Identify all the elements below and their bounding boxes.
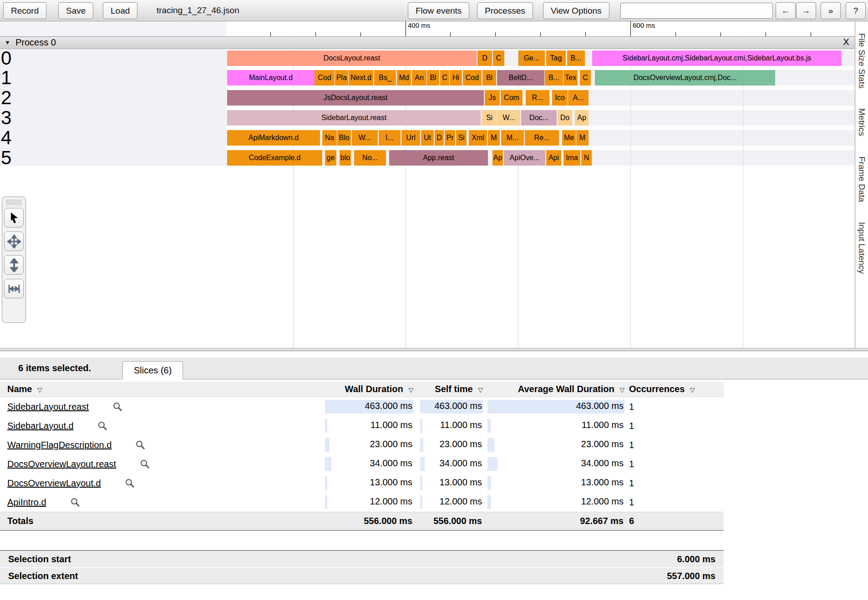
trace-slice[interactable]: ge (325, 150, 336, 166)
trace-slice[interactable]: Bl (482, 70, 496, 86)
sort-icon[interactable]: ▽ (37, 386, 42, 393)
trace-slice[interactable]: Bs_ (374, 70, 396, 86)
magnifier-icon[interactable] (140, 459, 150, 469)
trace-slice[interactable]: blo (340, 150, 351, 166)
trace-slice[interactable]: W... (352, 130, 378, 146)
trace-slice[interactable]: W... (497, 110, 520, 126)
trace-slice[interactable]: Na (322, 130, 337, 146)
record-button[interactable]: Record (3, 2, 46, 19)
search-input[interactable] (620, 3, 773, 19)
sidebar-tab-input-latency[interactable]: Input Latency (855, 222, 868, 274)
trace-slice[interactable]: Cod (463, 70, 482, 86)
sort-icon[interactable]: ▽ (478, 386, 483, 393)
trace-slice[interactable]: SidebarLayout.cmj,SidebarLayout.cmi,Side… (592, 50, 842, 66)
find-next-button[interactable]: → (796, 2, 816, 19)
trace-slice[interactable]: R... (526, 90, 549, 106)
trace-slice[interactable]: Ima (563, 150, 580, 166)
trace-slice[interactable]: Next.d (349, 70, 373, 86)
trace-slice[interactable]: Ge... (518, 50, 545, 66)
column-header-occurrences[interactable]: Occurrences ▽ (624, 384, 724, 394)
slice-name-link[interactable]: DocsOverviewLayout.d (7, 478, 101, 489)
column-header-self-time[interactable]: Self time ▽ (413, 384, 483, 394)
trace-slice[interactable]: Si (482, 110, 497, 126)
trace-slice[interactable]: JsDocsLayout.reast (227, 90, 484, 106)
trace-slice[interactable]: No... (354, 150, 386, 166)
magnifier-icon[interactable] (70, 497, 81, 508)
trace-slice[interactable]: C (440, 70, 449, 86)
trace-slice[interactable]: I... (379, 130, 401, 146)
trace-slice[interactable]: Doc... (521, 110, 557, 126)
trace-slice[interactable]: Re... (525, 130, 559, 146)
sidebar-tab-frame-data[interactable]: Frame Data (855, 156, 868, 202)
trace-slice[interactable]: BeltD... (497, 70, 544, 86)
trace-slice[interactable]: C (580, 70, 591, 86)
palette-grip[interactable] (5, 200, 22, 206)
slice-name-link[interactable]: SidebarLayout.d (7, 421, 74, 431)
sort-icon[interactable]: ▽ (690, 386, 695, 393)
more-button[interactable]: » (821, 2, 841, 19)
help-button[interactable]: ? (846, 2, 866, 19)
sort-icon[interactable]: ▽ (408, 386, 413, 393)
trace-slice[interactable]: CodeExample.d (227, 150, 322, 166)
trace-slice[interactable]: Js (485, 90, 500, 106)
trace-slice[interactable]: Bl (427, 70, 439, 86)
processes-button[interactable]: Processes (477, 2, 533, 19)
trace-slice[interactable]: M (576, 130, 589, 146)
slice-name-link[interactable]: WarningFlagDescription.d (7, 440, 112, 450)
trace-slice[interactable]: C (493, 50, 504, 66)
horizontal-splitter[interactable] (0, 348, 868, 351)
trace-slice[interactable]: B... (545, 70, 563, 86)
trace-slice[interactable]: Pr (445, 130, 455, 146)
trace-slice[interactable]: B... (567, 50, 585, 66)
trace-slice[interactable]: Api (546, 150, 561, 166)
trace-slice[interactable]: App.reast (389, 150, 488, 166)
trace-slice[interactable]: M (488, 130, 500, 146)
magnifier-icon[interactable] (135, 440, 146, 450)
timing-tool-button[interactable] (4, 279, 24, 298)
view-options-button[interactable]: View Options (543, 2, 609, 19)
tab-slices[interactable]: Slices (6) (122, 361, 183, 380)
trace-slice[interactable]: D (477, 50, 492, 66)
trace-slice[interactable]: Ico (552, 90, 568, 106)
find-previous-button[interactable]: ← (776, 2, 796, 19)
close-process-button[interactable]: X (840, 37, 852, 47)
column-header-wall-duration[interactable]: Wall Duration ▽ (325, 384, 413, 394)
sidebar-tab-file-size-stats[interactable]: File Size Stats (855, 33, 868, 88)
trace-slice[interactable]: DocsOverviewLayout.cmj,Doc... (595, 70, 775, 86)
slice-name-link[interactable]: DocsOverviewLayout.reast (7, 459, 116, 469)
trace-slice[interactable]: Blo (337, 130, 351, 146)
trace-slice[interactable]: Hi (450, 70, 462, 86)
trace-slice[interactable]: Xml (469, 130, 487, 146)
trace-slice[interactable]: Tex (563, 70, 578, 86)
trace-slice[interactable]: Si (456, 130, 467, 146)
load-button[interactable]: Load (103, 2, 137, 19)
collapse-caret-icon[interactable]: ▼ (5, 39, 10, 46)
selection-tool-button[interactable] (4, 208, 24, 227)
trace-slice[interactable]: An (412, 70, 426, 86)
trace-slice[interactable]: Me (562, 130, 576, 146)
trace-slice[interactable]: ApiMarkdown.d (227, 130, 320, 146)
pan-tool-button[interactable] (4, 232, 24, 251)
slice-name-link[interactable]: ApiIntro.d (7, 497, 46, 508)
save-button[interactable]: Save (58, 2, 93, 19)
trace-slice[interactable]: M... (501, 130, 524, 146)
magnifier-icon[interactable] (112, 402, 123, 412)
trace-slice[interactable]: Cod (315, 70, 335, 86)
trace-slice[interactable]: D (435, 130, 444, 146)
trace-slice[interactable]: Ap (492, 150, 503, 166)
trace-slice[interactable]: Pla (335, 70, 348, 86)
trace-slice[interactable]: N (581, 150, 592, 166)
trace-slice[interactable]: Com (501, 90, 523, 106)
trace-slice[interactable]: Do (558, 110, 572, 126)
column-header-name[interactable]: Name ▽ (0, 384, 325, 394)
trace-slice[interactable]: Url (401, 130, 420, 146)
trace-slice[interactable]: MainLayout.d (227, 70, 315, 86)
trace-slice[interactable]: Md (397, 70, 411, 86)
timeline-area[interactable]: ▼ Process 0 X 0DocsLayout.reastDCGe...Ta… (0, 36, 855, 348)
column-header-average-wall-duration[interactable]: Average Wall Duration ▽ (483, 384, 624, 394)
trace-slice[interactable]: ApiOve... (504, 150, 545, 166)
trace-slice[interactable]: Ut (421, 130, 434, 146)
slice-name-link[interactable]: SidebarLayout.reast (7, 402, 89, 412)
sidebar-tab-metrics[interactable]: Metrics (855, 108, 868, 136)
trace-slice[interactable]: A... (568, 90, 589, 106)
